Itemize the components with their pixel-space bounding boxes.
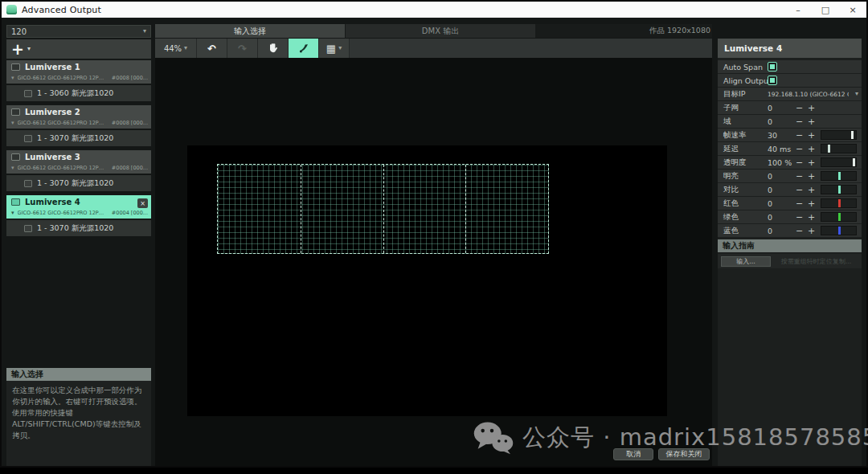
help-panel-title: 输入选择 [6, 368, 151, 381]
decrement-button[interactable]: − [794, 129, 805, 141]
lumiverse-item-4[interactable]: Lumiverse 4×▾GICO-6612 GICO-6612PRO 12PO… [6, 195, 151, 219]
slider[interactable] [821, 130, 857, 140]
fixture-icon [24, 90, 32, 97]
chevron-down-icon[interactable]: ▾ [11, 120, 14, 126]
inspector-row: 延迟40 ms−+ [718, 142, 862, 155]
slider[interactable] [821, 171, 857, 181]
input-button[interactable]: 输入... [721, 256, 771, 267]
close-icon[interactable]: × [137, 198, 148, 208]
increment-button[interactable]: + [806, 224, 817, 237]
checkbox[interactable] [768, 62, 777, 72]
slider[interactable] [821, 157, 857, 167]
device-label: GICO-6612 GICO-6612PRO 12PORT DVI611&SPI [18, 120, 106, 126]
slice-tool-icon [298, 43, 309, 54]
redo-button[interactable]: ↷ [227, 39, 258, 58]
decrement-button[interactable]: − [794, 156, 805, 169]
grid-tool-button[interactable]: ▦ ▾ [319, 39, 350, 58]
maximize-button[interactable]: □ [812, 2, 839, 18]
tab-dmx-output[interactable]: DMX 输出 [346, 24, 535, 38]
chevron-down-icon[interactable]: ▾ [855, 91, 858, 97]
profile-dropdown[interactable]: 120 ▾ [6, 25, 151, 38]
increment-button[interactable]: + [806, 170, 817, 182]
decrement-button[interactable]: − [794, 183, 805, 196]
profile-value: 120 [11, 27, 27, 36]
undo-button[interactable]: ↶ [197, 39, 227, 58]
lumiverse-item-3[interactable]: Lumiverse 3▾GICO-6612 GICO-6612PRO 12POR… [6, 150, 151, 174]
grid-separator [465, 165, 466, 253]
display-icon [11, 63, 20, 71]
add-lumiverse-button[interactable]: + [11, 42, 24, 56]
decrement-button[interactable]: − [794, 210, 805, 223]
increment-button[interactable]: + [806, 156, 817, 169]
lumiverse-name: Lumiverse 3 [25, 153, 80, 161]
slice-grid[interactable] [217, 164, 549, 254]
decrement-button[interactable]: − [794, 115, 805, 128]
cancel-button[interactable]: 取消 [613, 448, 653, 460]
slider[interactable] [821, 144, 857, 153]
checkbox[interactable] [768, 76, 777, 85]
lumiverse-item-1[interactable]: Lumiverse 1▾GICO-6612 GICO-6612PRO 12POR… [6, 60, 151, 84]
fixture-icon [24, 180, 32, 187]
app-icon [6, 5, 17, 14]
chevron-down-icon[interactable]: ▾ [11, 165, 14, 171]
chevron-down-icon[interactable]: ▾ [27, 46, 31, 52]
fixture-item[interactable]: 1 - 3060 新光源1020 [6, 85, 151, 101]
decrement-button[interactable]: − [794, 170, 805, 182]
help-panel: 输入选择 在这里你可以定义合成中那一部分作为你切片的输入。右键可打开预设选项。使… [6, 368, 151, 466]
inspector-row: 红色0−+ [718, 197, 862, 210]
inspector-row: 对比0−+ [718, 183, 862, 196]
zoom-level-dropdown[interactable]: 44% ▾ [155, 39, 197, 58]
inspector-row: 透明度100 %−+ [718, 156, 862, 169]
slider[interactable] [821, 198, 857, 208]
lumiverse-name: Lumiverse 1 [25, 63, 80, 72]
increment-button[interactable]: + [806, 101, 817, 114]
inspector-row: 明亮0−+ [718, 170, 862, 182]
preview-canvas[interactable]: 取消 保存和关闭 [155, 58, 712, 466]
zoom-level-value: 44% [164, 44, 182, 53]
increment-button[interactable]: + [806, 210, 817, 223]
pan-tool-button[interactable] [258, 39, 289, 58]
slice-tool-button[interactable] [289, 39, 319, 58]
fixture-item[interactable]: 1 - 3070 新光源1020 [6, 175, 151, 191]
slider[interactable] [821, 212, 857, 222]
slider[interactable] [821, 185, 857, 194]
row-value: 30 [768, 129, 777, 141]
fixture-item[interactable]: 1 - 3070 新光源1020 [6, 130, 151, 146]
fixture-label: 1 - 3060 新光源1020 [37, 88, 113, 99]
increment-button[interactable]: + [806, 183, 817, 196]
decrement-button[interactable]: − [794, 197, 805, 210]
lumiverse-item-2[interactable]: Lumiverse 2▾GICO-6612 GICO-6612PRO 12POR… [6, 105, 151, 129]
increment-button[interactable]: + [806, 129, 817, 141]
device-label: GICO-6612 GICO-6612PRO 12PORT DVI611&SPI [18, 75, 106, 81]
advanced-output-window: Advanced Output – □ × 120 ▾ + ▾ Lumivers… [0, 0, 868, 468]
save-close-button[interactable]: 保存和关闭 [658, 448, 710, 460]
increment-button[interactable]: + [806, 142, 817, 155]
increment-button[interactable]: + [806, 197, 817, 210]
chevron-down-icon: ▾ [184, 45, 187, 51]
row-label: 对比 [723, 183, 739, 196]
lumiverse-list: Lumiverse 1▾GICO-6612 GICO-6612PRO 12POR… [6, 60, 151, 240]
increment-button[interactable]: + [806, 115, 817, 128]
decrement-button[interactable]: − [794, 142, 805, 155]
row-label: 目标IP [723, 88, 746, 100]
decrement-button[interactable]: − [794, 101, 805, 114]
fixture-item[interactable]: 1 - 3070 新光源1020 [6, 220, 151, 236]
chevron-down-icon[interactable]: ▾ [11, 210, 14, 216]
slider[interactable] [821, 226, 857, 235]
fixture-label: 1 - 3070 新光源1020 [37, 223, 113, 234]
row-label: 帧速率 [723, 129, 747, 141]
chevron-down-icon[interactable]: ▾ [11, 75, 14, 81]
fixture-icon [24, 135, 32, 142]
device-code: #0004 [000... [112, 210, 148, 216]
row-label: Align Output [723, 74, 772, 87]
minimize-button[interactable]: – [784, 2, 812, 18]
inspector-row: 子网0−+ [718, 101, 862, 114]
inspector-row: 域0−+ [718, 115, 862, 128]
decrement-button[interactable]: − [794, 224, 805, 237]
row-value: 0 [768, 197, 772, 210]
inspector-panel: Lumiverse 4 Auto SpanAlign Output目标IP192… [718, 39, 862, 466]
titlebar: Advanced Output – □ × [2, 2, 866, 18]
tab-input-selection[interactable]: 输入选择 [155, 24, 345, 38]
row-value: 0 [768, 210, 772, 223]
close-button[interactable]: × [839, 2, 866, 18]
